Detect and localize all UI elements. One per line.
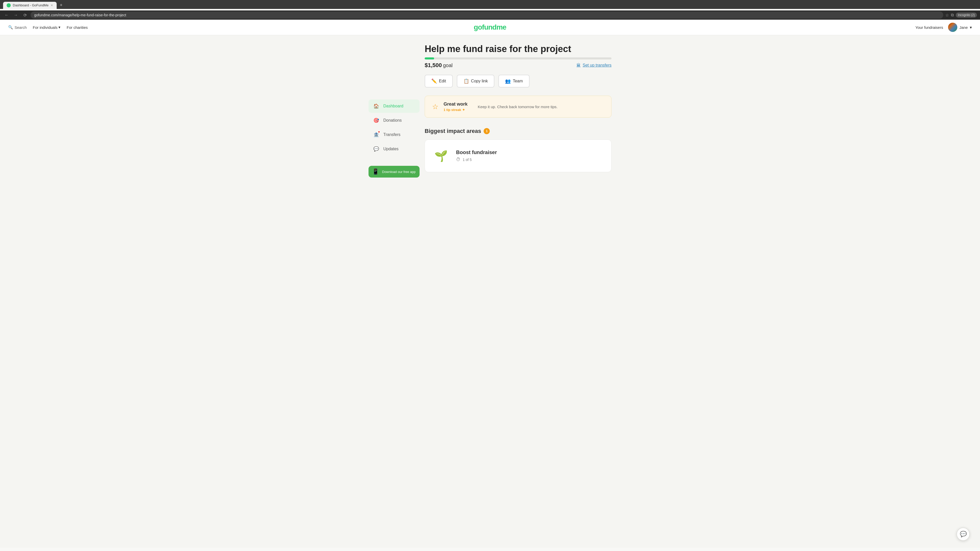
top-nav: 🔍 Search For individuals ▾ For charities… [0,20,980,35]
tip-streak: 1 tip streak ✦ [444,108,468,112]
progress-bar-fill [425,57,434,59]
boost-content: Boost fundraiser ⏱ 1 of 5 [456,149,497,162]
search-icon: 🔍 [8,25,13,30]
user-name: Jane [959,25,968,30]
transfers-notification-dot [378,130,380,133]
goal-label: goal [443,62,453,68]
user-menu[interactable]: Jane ▾ [948,23,972,32]
back-button[interactable]: ← [3,11,10,19]
for-individuals-label: For individuals [33,25,58,30]
star-icon: ☆ [432,103,438,111]
sidebar: 🏠 Dashboard 🎯 Donations 🏦 Transfers 💬 Up… [369,43,420,178]
main-content: 🏠 Dashboard 🎯 Donations 🏦 Transfers 💬 Up… [363,35,617,186]
impact-section: Biggest impact areas 1 🌱 Boost fundraise… [425,128,611,172]
chat-button[interactable]: 💬 [956,527,970,541]
goal-display: $1,500 goal [425,62,453,68]
donations-icon: 🎯 [372,117,380,124]
tip-title: Great work [444,102,468,107]
sidebar-item-dashboard[interactable]: 🏠 Dashboard [369,100,420,113]
edit-icon: ✏️ [431,78,437,84]
logo-text: gofundme [474,23,506,31]
incognito-badge: Incognito (2) [956,13,977,17]
team-icon: 👥 [505,78,511,84]
tip-streak-icon: ✦ [462,108,465,112]
sidebar-updates-label: Updates [383,147,399,151]
browser-tab-bar: Dashboard - GoFundMe ✕ + [0,0,980,9]
copy-link-label: Copy link [471,79,488,83]
edit-button[interactable]: ✏️ Edit [425,75,453,87]
nav-logo[interactable]: gofundme [474,23,506,32]
your-fundraisers-link[interactable]: Your fundraisers [915,25,943,30]
impact-title-row: Biggest impact areas 1 [425,128,611,135]
boost-counter: ⏱ 1 of 5 [456,157,497,162]
tab-favicon [6,3,11,7]
for-charities-label: For charities [67,25,88,30]
for-individuals-chevron-icon: ▾ [59,25,60,30]
sidebar-item-updates[interactable]: 💬 Updates [369,142,420,156]
avatar [948,23,957,32]
boost-card[interactable]: 🌱 Boost fundraiser ⏱ 1 of 5 [425,140,611,172]
copy-link-button[interactable]: 📋 Copy link [457,75,495,87]
transfers-icon: 🏦 [372,131,380,138]
for-charities-nav-item[interactable]: For charities [67,25,88,30]
search-nav-item[interactable]: 🔍 Search [8,25,27,30]
search-label: Search [14,25,27,30]
set-up-transfers-button[interactable]: 🏛 Set up transfers [576,63,611,68]
goal-amount: $1,500 [425,62,442,68]
user-menu-chevron-icon: ▾ [970,25,972,30]
sidebar-item-transfers[interactable]: 🏦 Transfers [369,128,420,141]
chat-icon: 💬 [960,531,967,537]
for-individuals-nav-item[interactable]: For individuals ▾ [33,25,61,30]
progress-bar-container [425,57,611,59]
updates-icon: 💬 [372,145,380,152]
copy-icon: 📋 [463,78,469,84]
sidebar-transfers-label: Transfers [383,132,401,137]
impact-title: Biggest impact areas [425,128,481,135]
campaign-title: Help me fund raise for the project [425,43,611,54]
main-panel: Help me fund raise for the project $1,50… [420,43,611,178]
goal-row: $1,500 goal 🏛 Set up transfers [425,62,611,68]
edit-label: Edit [439,79,446,83]
download-app-icon: 📱 [372,168,379,175]
action-buttons: ✏️ Edit 📋 Copy link 👥 Team [425,75,611,87]
active-tab[interactable]: Dashboard - GoFundMe ✕ [3,2,57,9]
boost-illustration: 🌱 [432,147,450,165]
tip-banner: ☆ Great work 1 tip streak ✦ Keep it up. … [425,96,611,118]
tip-message: Keep it up. Check back tomorrow for more… [478,105,558,109]
set-up-transfers-label: Set up transfers [583,63,611,68]
tab-close-button[interactable]: ✕ [51,3,53,7]
nav-left: 🔍 Search For individuals ▾ For charities [8,25,88,30]
browser-actions: ☆ ⧉ Incognito (2) [945,13,977,17]
tab-title: Dashboard - GoFundMe [13,3,48,7]
sidebar-item-donations[interactable]: 🎯 Donations [369,114,420,127]
tip-streak-label: 1 tip streak [444,108,461,112]
nav-right: Your fundraisers Jane ▾ [915,23,972,32]
boost-counter-label: 1 of 5 [463,158,472,162]
progress-circle-icon: ⏱ [456,157,461,162]
team-button[interactable]: 👥 Team [498,75,529,87]
refresh-button[interactable]: ⟳ [21,11,29,19]
bookmark-button[interactable]: ☆ [945,13,949,17]
bank-icon: 🏛 [576,63,581,68]
app-wrapper: 🔍 Search For individuals ▾ For charities… [0,20,980,548]
sidebar-donations-label: Donations [383,118,402,123]
impact-badge: 1 [484,128,490,134]
home-icon: 🏠 [372,103,380,110]
sidebar-dashboard-label: Dashboard [383,104,403,108]
new-tab-button[interactable]: + [58,2,65,9]
download-app-label: Download our free app [382,170,416,174]
address-bar-row: ← → ⟳ ☆ ⧉ Incognito (2) [0,11,980,20]
boost-title: Boost fundraiser [456,149,497,156]
download-app-banner[interactable]: 📱 Download our free app [369,166,420,178]
address-input[interactable] [30,11,943,19]
team-label: Team [513,79,523,83]
forward-button[interactable]: → [12,11,19,19]
split-screen-button[interactable]: ⧉ [951,13,954,17]
tip-content: Great work 1 tip streak ✦ [444,102,468,112]
